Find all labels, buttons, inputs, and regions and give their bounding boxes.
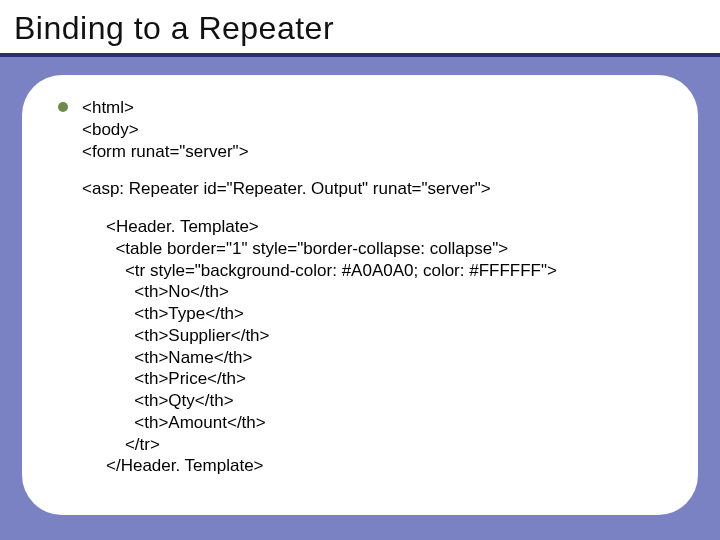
bullet-icon — [58, 102, 68, 112]
code-line: <th>Qty</th> — [106, 390, 557, 412]
code-line: <Header. Template> — [106, 216, 557, 238]
code-container: <html> <body> <form runat="server"> <asp… — [82, 97, 557, 477]
code-line: </Header. Template> — [106, 455, 557, 477]
code-line: <form runat="server"> — [82, 141, 557, 163]
code-line: <th>No</th> — [106, 281, 557, 303]
code-line: <table border="1" style="border-collapse… — [106, 238, 557, 260]
code-line: <body> — [82, 119, 557, 141]
code-line: <th>Amount</th> — [106, 412, 557, 434]
code-line: <html> — [82, 97, 557, 119]
code-line: <th>Name</th> — [106, 347, 557, 369]
code-line: <asp: Repeater id="Repeater. Output" run… — [82, 178, 557, 200]
code-line: <th>Price</th> — [106, 368, 557, 390]
title-bar: Binding to a Repeater — [0, 0, 720, 57]
bullet-item: <html> <body> <form runat="server"> <asp… — [58, 97, 662, 477]
content-panel: <html> <body> <form runat="server"> <asp… — [22, 75, 698, 515]
code-line: <tr style="background-color: #A0A0A0; co… — [106, 260, 557, 282]
code-line: </tr> — [106, 434, 557, 456]
code-line: <th>Supplier</th> — [106, 325, 557, 347]
code-line: <th>Type</th> — [106, 303, 557, 325]
slide-title: Binding to a Repeater — [14, 10, 706, 47]
